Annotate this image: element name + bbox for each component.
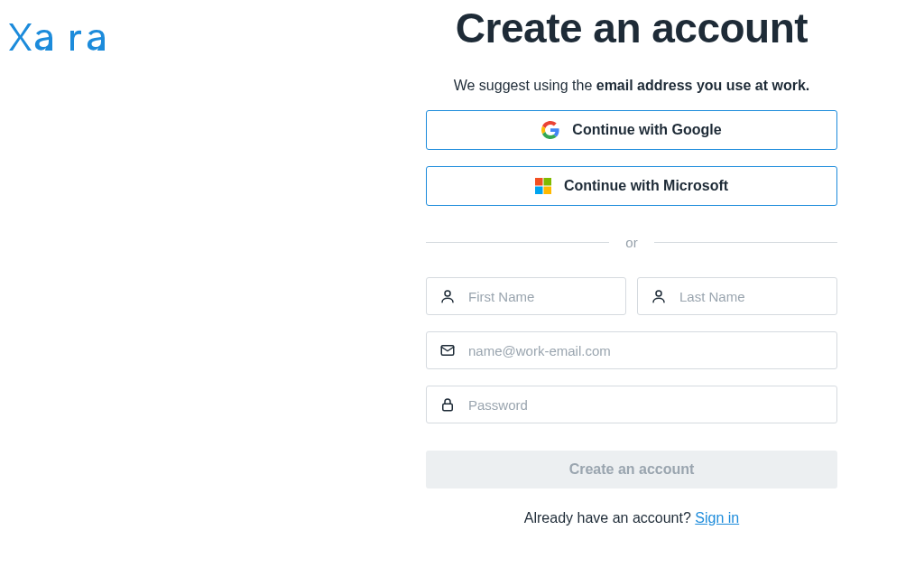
email-field-wrapper	[426, 331, 837, 369]
continue-google-button[interactable]: Continue with Google	[426, 110, 837, 150]
mail-icon	[439, 342, 456, 358]
signup-panel: Create an account We suggest using the e…	[426, 4, 837, 526]
signin-prompt: Already have an account? Sign in	[426, 510, 837, 526]
password-field[interactable]	[468, 397, 824, 413]
password-field-wrapper	[426, 386, 837, 423]
xara-logo	[7, 22, 125, 56]
svg-rect-0	[535, 178, 543, 186]
svg-rect-2	[535, 187, 543, 195]
divider-line-right	[654, 242, 837, 243]
suggest-text: We suggest using the email address you u…	[426, 78, 837, 94]
suggest-prefix: We suggest using the	[454, 78, 596, 93]
signin-link[interactable]: Sign in	[695, 510, 739, 526]
first-name-field[interactable]	[468, 289, 613, 304]
last-name-field[interactable]	[679, 289, 824, 304]
person-icon	[439, 288, 456, 304]
svg-rect-7	[443, 404, 453, 411]
divider-label: or	[625, 235, 637, 250]
page-title: Create an account	[426, 4, 837, 52]
name-row	[426, 277, 837, 315]
continue-google-label: Continue with Google	[572, 122, 721, 138]
lock-icon	[439, 396, 456, 413]
continue-microsoft-label: Continue with Microsoft	[564, 178, 728, 194]
continue-microsoft-button[interactable]: Continue with Microsoft	[426, 166, 837, 206]
last-name-field-wrapper	[637, 277, 837, 315]
divider: or	[426, 235, 837, 250]
svg-point-4	[445, 291, 450, 296]
person-icon	[651, 288, 667, 304]
suggest-bold: email address you use at work.	[596, 78, 810, 93]
create-account-button[interactable]: Create an account	[426, 451, 837, 488]
microsoft-icon	[535, 178, 551, 194]
first-name-field-wrapper	[426, 277, 626, 315]
svg-rect-1	[543, 178, 551, 186]
google-icon	[541, 121, 559, 139]
signin-prompt-text: Already have an account?	[524, 510, 695, 526]
svg-point-5	[656, 291, 661, 296]
svg-rect-3	[543, 187, 551, 195]
divider-line-left	[426, 242, 609, 243]
email-field[interactable]	[468, 343, 824, 358]
